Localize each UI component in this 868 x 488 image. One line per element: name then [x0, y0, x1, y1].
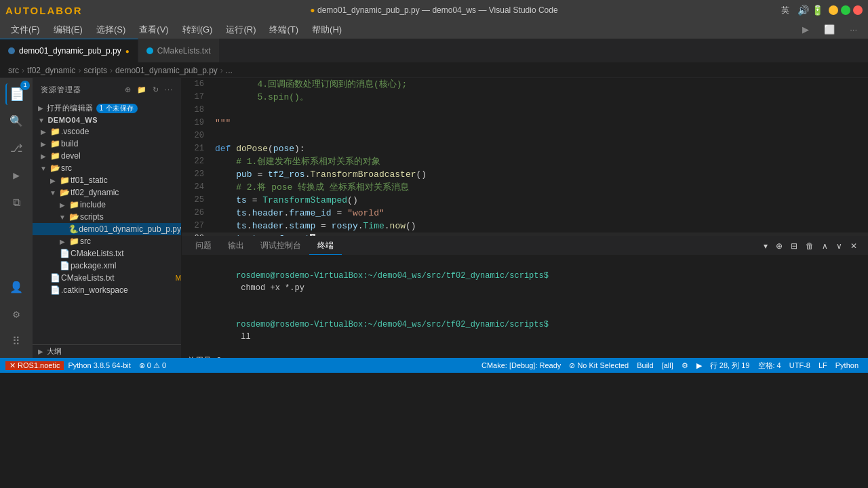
menu-view[interactable]: 查看(V): [134, 22, 174, 37]
panel-up-btn[interactable]: ∧: [819, 240, 831, 252]
explorer-root[interactable]: ▼ DEMO04_WS: [33, 115, 181, 125]
status-lang[interactable]: Python: [831, 361, 863, 369]
status-spaces[interactable]: 空格: 4: [754, 361, 785, 371]
play-icon: ▶: [696, 361, 702, 370]
code-editor[interactable]: 16 4.回调函数处理订阅到的消息(核心); 17 5.spin()。 18 1…: [182, 78, 868, 236]
tab-py[interactable]: demo01_dynamic_pub_p.py ●: [0, 39, 138, 62]
status-kit[interactable]: ⊘ No Kit Selected: [565, 361, 633, 370]
line-16: 16 4.回调函数处理订阅到的消息(核心);: [182, 78, 868, 91]
breadcrumb-tf02[interactable]: tf02_dynamic: [27, 66, 75, 75]
menu-run[interactable]: 运行(R): [220, 22, 261, 37]
collapse-icon[interactable]: ···: [165, 85, 173, 94]
editor-more-button[interactable]: ···: [844, 23, 863, 36]
file-cmake-tf02[interactable]: 📄 CMakeLists.txt: [33, 247, 181, 260]
folder-devel[interactable]: ▶ 📁 devel: [33, 150, 181, 162]
panel-split-btn[interactable]: ⊟: [788, 240, 800, 252]
cmake-changed-indicator: M: [176, 274, 181, 282]
menu-file[interactable]: 文件(F): [5, 22, 45, 37]
debug-icon[interactable]: ▶: [5, 165, 27, 186]
tab-cmake[interactable]: CMakeLists.txt: [138, 39, 220, 62]
folder-build[interactable]: ▶ 📁 build: [33, 138, 181, 150]
breadcrumb-more[interactable]: ...: [226, 66, 233, 75]
activitybar: 📄 1 🔍 ⎇ ▶ ⧉ 👤 ⚙ ⠿: [0, 78, 33, 358]
grid-icon[interactable]: ⠿: [5, 331, 27, 352]
extensions-icon[interactable]: ⧉: [5, 192, 27, 214]
status-eol[interactable]: LF: [814, 361, 831, 369]
editor-split-button[interactable]: ⬜: [818, 23, 840, 36]
open-editors-header[interactable]: ▶ 打开的编辑器 1 个未保存: [33, 102, 181, 115]
folder-vscode-label: .vscode: [61, 127, 181, 136]
panel: 问题 输出 调试控制台 终端 ▾ ⊕ ⊟ 🗑 ∧ ∨ ✕ rosdemo@ros…: [182, 236, 868, 358]
git-icon[interactable]: ⎇: [5, 138, 27, 159]
panel-tab-output[interactable]: 输出: [220, 237, 252, 255]
outline-header[interactable]: ▶ 大纲: [33, 345, 181, 358]
outline-label: 大纲: [47, 346, 62, 357]
minimize-button[interactable]: [829, 5, 838, 15]
menu-select[interactable]: 选择(S): [91, 22, 131, 37]
line-18: 18: [182, 104, 868, 117]
panel-new-terminal-btn[interactable]: ⊕: [773, 240, 785, 252]
breadcrumb-scripts[interactable]: scripts: [83, 66, 107, 75]
account-icon[interactable]: 👤: [5, 277, 27, 298]
menu-goto[interactable]: 转到(G): [177, 22, 218, 37]
search-icon[interactable]: 🔍: [5, 110, 27, 132]
panel-tab-problems[interactable]: 问题: [187, 237, 220, 255]
file-demo01-py[interactable]: 🐍 demo01_dynamic_pub_p.py: [33, 223, 181, 235]
folder-src2-label: src: [80, 237, 181, 246]
status-line-col[interactable]: 行 28, 列 19: [706, 361, 754, 371]
new-folder-icon[interactable]: 📁: [137, 85, 147, 94]
breadcrumb-src[interactable]: src: [8, 66, 19, 75]
sidebar: 资源管理器 ⊕ 📁 ↻ ··· ▶ 打开的编辑器 1 个未保存 ▼ DEMO04…: [33, 78, 182, 358]
status-encoding[interactable]: UTF-8: [785, 361, 814, 369]
settings-icon[interactable]: ⚙: [5, 304, 27, 325]
panel-content: rosdemo@rosdemo-VirtualBox:~/demo04_ws/s…: [182, 255, 868, 358]
status-build[interactable]: Build: [633, 361, 657, 369]
sidebar-header: 资源管理器 ⊕ 📁 ↻ ···: [33, 78, 181, 102]
folder-src-icon: 📂: [49, 163, 61, 173]
panel-tab-debug[interactable]: 调试控制台: [252, 237, 309, 255]
status-ros[interactable]: ✕ ROS1.noetic: [5, 361, 64, 370]
file-cmake-root[interactable]: 📄 CMakeLists.txt M: [33, 272, 181, 284]
line-23: 23 pub = tf2_ros.TransformBroadcaster(): [182, 168, 868, 181]
panel-tab-terminal[interactable]: 终端: [309, 237, 342, 255]
status-errors[interactable]: ⊗ 0 ⚠ 0: [135, 361, 170, 370]
editor-run-button[interactable]: ▶: [797, 23, 814, 36]
folder-src[interactable]: ▼ 📂 src: [33, 162, 181, 174]
status-gear[interactable]: ⚙: [677, 361, 692, 370]
refresh-icon[interactable]: ↻: [153, 85, 159, 94]
folder-scripts-label: scripts: [80, 212, 181, 222]
status-cmake[interactable]: CMake: [Debug]: Ready: [477, 361, 565, 369]
menubar: 文件(F) 编辑(E) 选择(S) 查看(V) 转到(G) 运行(R) 终端(T…: [0, 20, 868, 39]
maximize-button[interactable]: [841, 5, 850, 15]
breadcrumb-file[interactable]: demo01_dynamic_pub_p.py: [115, 66, 218, 75]
sys-icon-1: 🔊: [797, 5, 809, 16]
close-button[interactable]: [853, 5, 863, 15]
file-package-xml[interactable]: 📄 package.xml: [33, 260, 181, 272]
folder-scripts[interactable]: ▼ 📂 scripts: [33, 211, 181, 223]
panel-toolbar: ▾ ⊕ ⊟ 🗑 ∧ ∨ ✕: [761, 240, 863, 252]
folder-tf01[interactable]: ▶ 📁 tf01_static: [33, 174, 181, 186]
unsaved-badge: 1 个未保存: [96, 104, 138, 113]
menu-help[interactable]: 帮助(H): [307, 22, 347, 37]
folder-vscode[interactable]: ▶ 📁 .vscode: [33, 125, 181, 138]
folder-include[interactable]: ▶ 📁 include: [33, 199, 181, 211]
folder-include-label: include: [80, 200, 181, 209]
status-all[interactable]: [all]: [658, 361, 677, 369]
code-lines: 16 4.回调函数处理订阅到的消息(核心); 17 5.spin()。 18 1…: [182, 78, 868, 236]
panel-down-btn[interactable]: ∨: [833, 240, 845, 252]
file-catkin[interactable]: 📄 .catkin_workspace: [33, 284, 181, 296]
panel-trash-btn[interactable]: 🗑: [803, 240, 816, 252]
menu-terminal[interactable]: 终端(T): [264, 22, 304, 37]
tabbar: demo01_dynamic_pub_p.py ● CMakeLists.txt: [0, 39, 868, 63]
status-play[interactable]: ▶: [692, 361, 706, 370]
sys-lang: 英: [781, 5, 789, 16]
menu-edit[interactable]: 编辑(E): [48, 22, 88, 37]
folder-src2[interactable]: ▶ 📁 src: [33, 235, 181, 247]
folder-tf02[interactable]: ▼ 📂 tf02_dynamic: [33, 186, 181, 199]
folder-include-icon: 📁: [68, 200, 80, 209]
explorer-icon[interactable]: 📄 1: [5, 83, 27, 105]
panel-toolbar-dropdown[interactable]: ▾: [761, 240, 770, 252]
new-file-icon[interactable]: ⊕: [125, 85, 132, 94]
status-python[interactable]: Python 3.8.5 64-bit: [64, 361, 134, 369]
panel-close-btn[interactable]: ✕: [848, 240, 860, 252]
